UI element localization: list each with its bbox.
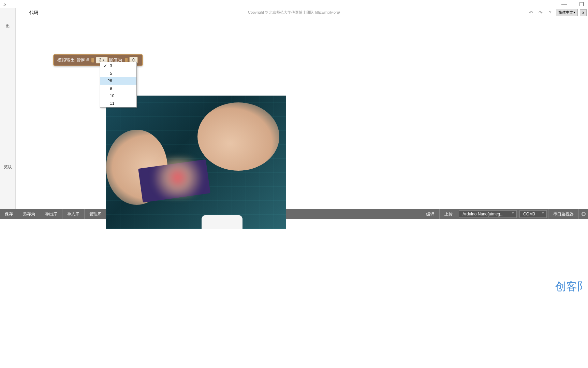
- chip-icon[interactable]: [578, 209, 588, 219]
- board-select[interactable]: Arduino Nano[atmeg...: [459, 210, 517, 218]
- dropdown-item-10[interactable]: 10: [100, 92, 136, 100]
- sidebar-category-module[interactable]: 莫块: [4, 164, 12, 170]
- redo-icon[interactable]: ↷: [537, 9, 544, 16]
- help-icon[interactable]: ?: [546, 9, 554, 16]
- dropdown-item-6[interactable]: 6 ↖: [100, 77, 136, 85]
- tab-area: 代码: [16, 8, 52, 17]
- svg-rect-0: [582, 213, 585, 215]
- block-label-pin: 模拟输出 管脚 #: [57, 57, 89, 63]
- dropdown-item-5[interactable]: 5: [100, 70, 136, 77]
- upload-button[interactable]: 上传: [440, 209, 457, 219]
- top-toolbar: 代码 Copyright © 北京师范大学傅骞博士团队 http://mixly…: [0, 8, 588, 17]
- minimize-button[interactable]: —: [559, 1, 570, 7]
- manage-lib-button[interactable]: 管理库: [85, 209, 107, 219]
- save-as-button[interactable]: 另存为: [18, 209, 40, 219]
- bottom-toolbar: 保存 另存为 导出库 导入库 管理库 编译 上传 Arduino Nano[at…: [0, 209, 588, 219]
- watermark-text: 创客阝: [555, 279, 588, 294]
- dropdown-item-9[interactable]: 9: [100, 85, 136, 92]
- cursor-icon: ↖: [108, 78, 111, 82]
- sidebar-top-corner: [0, 8, 16, 17]
- dropdown-item-3[interactable]: 3: [100, 62, 136, 70]
- arduino-photo: [106, 96, 286, 229]
- close-panel-button[interactable]: x: [580, 9, 587, 16]
- language-select[interactable]: 简体中文▾: [556, 9, 578, 16]
- photo-overlay: [106, 96, 286, 229]
- block-connector-icon: [91, 58, 94, 62]
- pin-dropdown-menu: 3 5 6 ↖ 9 10 11: [100, 62, 137, 108]
- save-button[interactable]: 保存: [0, 209, 18, 219]
- window-controls: — ☐: [559, 1, 587, 8]
- workspace[interactable]: 模拟输出 管脚 # 3 ▼ 赋值为 0 3 5 6 ↖ 9 10 11: [16, 17, 588, 209]
- compile-button[interactable]: 编译: [422, 209, 440, 219]
- title-version: .5: [1, 2, 6, 6]
- undo-icon[interactable]: ↶: [527, 9, 535, 16]
- maximize-button[interactable]: ☐: [576, 1, 587, 8]
- copyright-text: Copyright © 北京师范大学傅骞博士团队 http://mixly.or…: [248, 10, 340, 15]
- export-lib-button[interactable]: 导出库: [40, 209, 62, 219]
- import-lib-button[interactable]: 导入库: [62, 209, 85, 219]
- dropdown-item-11[interactable]: 11: [100, 100, 136, 107]
- serial-monitor-button[interactable]: 串口监视器: [548, 209, 578, 219]
- chevron-down-icon: ▼: [102, 59, 105, 62]
- tab-code[interactable]: 代码: [16, 8, 52, 17]
- port-select[interactable]: COM3: [519, 210, 547, 218]
- top-right-controls: ↶ ↷ ? 简体中文▾ x: [527, 9, 587, 16]
- title-bar: .5 — ☐: [0, 0, 588, 8]
- sidebar-category-output[interactable]: 出: [6, 23, 10, 29]
- main-area: 出 莫块 模拟输出 管脚 # 3 ▼ 赋值为 0 3 5 6 ↖: [0, 17, 588, 209]
- left-sidebar[interactable]: 出 莫块: [0, 17, 16, 209]
